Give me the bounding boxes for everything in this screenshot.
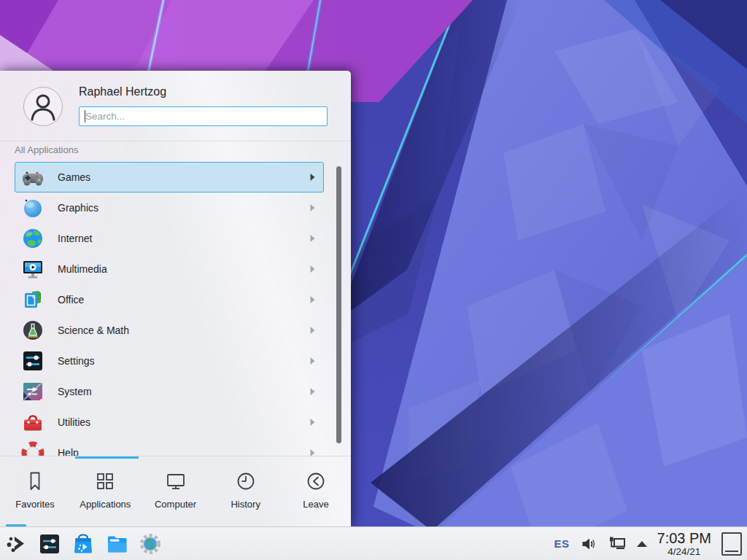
bookmark-icon [24, 469, 46, 494]
launcher-header: Raphael Hertzog [0, 71, 351, 141]
category-row-help[interactable]: Help [15, 438, 324, 456]
system-sliders-icon [21, 380, 44, 403]
media-screen-icon [21, 257, 44, 281]
submenu-arrow-icon [309, 265, 316, 273]
category-label: Science & Math [58, 324, 129, 336]
discover-bag-icon [72, 533, 94, 555]
folder-icon [106, 533, 128, 555]
show-desktop-button[interactable] [721, 532, 742, 556]
active-launcher-indicator [6, 524, 26, 526]
submenu-arrow-icon [309, 387, 316, 396]
category-row-internet[interactable]: Internet [15, 223, 324, 254]
text-cursor [85, 110, 85, 122]
tab-label: History [231, 499, 260, 510]
submenu-arrow-icon [309, 326, 316, 335]
dolphin-file-manager-button[interactable] [105, 532, 128, 556]
category-label: Games [58, 171, 90, 183]
tab-applications[interactable]: Applications [70, 459, 140, 526]
submenu-arrow-icon [309, 295, 316, 304]
submenu-arrow-icon [309, 234, 316, 243]
application-launcher-button[interactable] [4, 532, 28, 556]
category-label: System [58, 386, 92, 397]
user-name: Raphael Hertzog [79, 85, 166, 98]
system-tray: ES 7:03 PM 4/24/21 [554, 527, 747, 560]
history-clock-icon [235, 469, 257, 494]
tab-label: Applications [80, 499, 131, 510]
tab-favorites[interactable]: Favorites [0, 459, 70, 526]
category-label: Multimedia [58, 263, 107, 275]
tab-label: Leave [303, 499, 328, 510]
category-row-settings[interactable]: Settings [15, 346, 324, 376]
app-grid-icon [94, 469, 116, 494]
category-row-system[interactable]: System [15, 376, 324, 407]
documents-icon [21, 288, 44, 311]
submenu-arrow-icon [309, 448, 316, 456]
desktop: Raphael Hertzog All Applications [0, 0, 747, 560]
web-browser-button[interactable] [139, 532, 162, 556]
gamepad-icon [21, 166, 44, 189]
category-row-multimedia[interactable]: Multimedia [15, 254, 324, 284]
keyboard-layout-indicator[interactable]: ES [554, 537, 570, 550]
tab-label: Computer [155, 499, 196, 510]
category-row-graphics[interactable]: Graphics [15, 192, 324, 223]
globe-icon [21, 227, 44, 250]
category-row-games[interactable]: Games [15, 162, 324, 192]
list-scrollbar[interactable] [336, 166, 341, 443]
header-separator [0, 141, 351, 141]
submenu-arrow-icon [309, 173, 316, 182]
leave-icon [305, 469, 327, 494]
tab-leave[interactable]: Leave [281, 459, 351, 526]
clock-time: 7:03 PM [657, 531, 711, 545]
network-icon[interactable] [608, 535, 627, 553]
section-header: All Applications [15, 144, 78, 155]
system-settings-button[interactable] [38, 532, 61, 556]
category-label: Graphics [58, 202, 98, 214]
application-category-list[interactable]: Games Graphics [15, 162, 324, 456]
application-launcher-menu: Raphael Hertzog All Applications [0, 71, 351, 526]
category-label: Help [58, 447, 79, 456]
globe-gear-icon [139, 533, 161, 555]
category-label: Office [58, 294, 84, 306]
sliders-dark-icon [21, 349, 44, 373]
user-avatar[interactable] [23, 87, 63, 126]
flask-icon [21, 319, 44, 342]
search-input[interactable] [80, 107, 327, 125]
show-desktop-glyph [725, 551, 738, 552]
tab-label: Favorites [15, 499, 54, 510]
category-row-office[interactable]: Office [15, 284, 324, 315]
tab-computer[interactable]: Computer [140, 459, 210, 526]
category-row-science-math[interactable]: Science & Math [15, 315, 324, 346]
category-label: Utilities [58, 416, 90, 428]
taskbar-panel: ES 7:03 PM 4/24/21 [0, 526, 747, 560]
system-settings-icon [39, 533, 61, 555]
expand-tray-icon[interactable] [637, 541, 647, 547]
submenu-arrow-icon [309, 418, 316, 427]
launcher-tab-bar: Favorites Applications [0, 459, 351, 526]
submenu-arrow-icon [309, 357, 316, 365]
submenu-arrow-icon [309, 203, 316, 212]
kde-launcher-icon [5, 533, 27, 555]
category-label: Settings [58, 355, 95, 367]
clock-date: 4/24/21 [667, 547, 700, 557]
footer-separator [0, 456, 351, 456]
paint-sphere-icon [21, 196, 44, 219]
taskbar-launchers [4, 527, 162, 560]
category-row-utilities[interactable]: Utilities [15, 407, 324, 438]
computer-icon [165, 469, 187, 494]
tab-history[interactable]: History [211, 459, 281, 526]
category-label: Internet [58, 233, 92, 244]
search-box[interactable] [79, 106, 328, 126]
digital-clock[interactable]: 7:03 PM 4/24/21 [657, 531, 711, 557]
discover-button[interactable] [71, 532, 95, 556]
user-icon [24, 88, 62, 125]
lifebuoy-icon [21, 441, 44, 456]
toolbox-icon [21, 411, 44, 434]
volume-icon[interactable] [580, 535, 597, 553]
